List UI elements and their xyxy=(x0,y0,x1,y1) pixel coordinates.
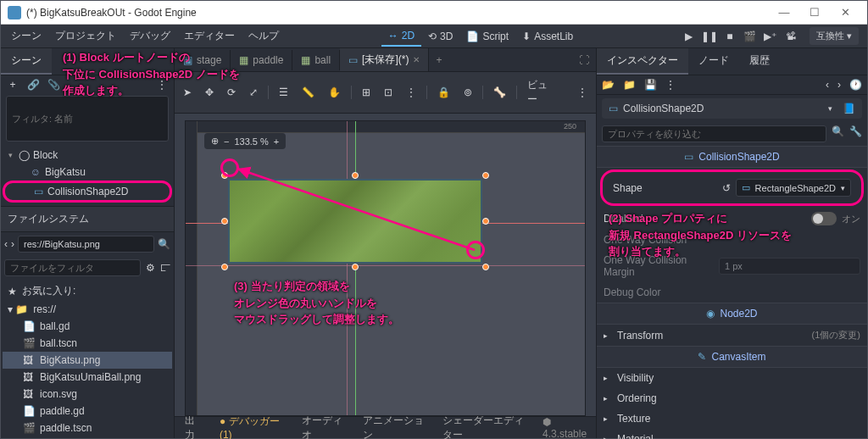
scene-filter-input[interactable] xyxy=(6,96,169,142)
window-minimize-button[interactable]: — xyxy=(769,1,799,24)
inspector-node-selector[interactable]: ▭ CollisionShape2D ▾ 📘 xyxy=(602,98,862,119)
shape-value[interactable]: ▭RectangleShape2D▾ xyxy=(736,179,851,197)
snap-toggle[interactable]: ⊞ xyxy=(359,84,374,101)
file-paddle-tscn[interactable]: 🎬paddle.tscn xyxy=(3,420,172,436)
fs-fwd-button[interactable]: › xyxy=(11,238,14,250)
insp-history-button[interactable]: 🕐 xyxy=(849,79,862,91)
zoom-value[interactable]: 133.5 % xyxy=(234,136,268,147)
scale-tool[interactable]: ⤢ xyxy=(246,84,261,101)
file-ball-gd[interactable]: 📄ball.gd xyxy=(3,318,172,335)
group-ordering[interactable]: ▸Ordering xyxy=(597,388,867,408)
lock-button[interactable]: 🔒 xyxy=(434,84,453,101)
pause-button[interactable]: ❚❚ xyxy=(703,30,716,43)
tab-node[interactable]: ノード xyxy=(688,48,739,75)
tab-history[interactable]: 履歴 xyxy=(739,48,780,75)
mode-script-button[interactable]: 📄 Script xyxy=(459,27,515,46)
2d-viewport[interactable]: 250 xyxy=(175,114,596,416)
snap-options[interactable]: ⋮ xyxy=(403,84,420,101)
renderer-dropdown[interactable]: 互換性 ▾ xyxy=(810,27,859,45)
revert-icon[interactable]: ↺ xyxy=(722,182,731,194)
insp-open-button[interactable]: 📂 xyxy=(602,79,615,91)
menu-debug[interactable]: デバッグ xyxy=(123,25,177,47)
section-collisionshape2d[interactable]: ▭CollisionShape2D xyxy=(597,146,867,168)
tab-inspector[interactable]: インスペクター xyxy=(597,48,688,75)
file-icon-svg[interactable]: 🖼icon.svg xyxy=(3,386,172,403)
rotate-tool[interactable]: ⟳ xyxy=(224,84,239,101)
menu-help[interactable]: ヘルプ xyxy=(242,25,286,47)
file-list[interactable]: ★ お気に入り: ▾ 📁 res:// 📄ball.gd 🎬ball.tscn … xyxy=(1,280,174,438)
inspector-filter-input[interactable] xyxy=(602,125,826,142)
zoom-in-icon[interactable]: + xyxy=(274,136,279,147)
file-bigkatsu-png[interactable]: 🖼BigKatsu.png xyxy=(3,352,172,369)
fs-settings-button[interactable]: ⚙ xyxy=(146,262,155,274)
filesystem-header[interactable]: ファイルシステム xyxy=(1,206,174,232)
play-custom-button[interactable]: ▶⁺ xyxy=(764,30,777,43)
center-view-icon[interactable]: ⊕ xyxy=(211,136,219,147)
handle-tc[interactable] xyxy=(352,172,359,179)
add-node-button[interactable]: + xyxy=(6,79,19,91)
insp-save-button[interactable]: 💾 xyxy=(644,79,657,91)
zoom-control[interactable]: ⊕ − 133.5 % + xyxy=(204,133,286,149)
prop-disabled[interactable]: Disabled オン xyxy=(597,208,867,230)
prop-debug-color[interactable]: Debug Color xyxy=(597,282,867,303)
ruler-tool[interactable]: 📏 xyxy=(298,84,318,101)
scene-tab-ball[interactable]: ▦ball xyxy=(292,50,340,70)
folder-res[interactable]: ▾ 📁 res:// xyxy=(3,301,172,318)
handle-tr[interactable] xyxy=(482,172,489,179)
handle-br[interactable] xyxy=(482,264,489,270)
zoom-out-icon[interactable]: − xyxy=(224,136,229,147)
window-maximize-button[interactable]: ☐ xyxy=(799,1,830,24)
menu-editor[interactable]: エディター xyxy=(177,25,242,47)
handle-ml[interactable] xyxy=(221,218,228,225)
fs-path[interactable]: res://BigKatsu.png xyxy=(18,236,154,253)
fs-split-button[interactable]: ⫍ xyxy=(160,262,170,274)
attach-script-button[interactable]: 📎 xyxy=(47,79,60,91)
bone-button[interactable]: 🦴 xyxy=(490,84,509,101)
node-bigkatsu[interactable]: ☺ BigKatsu xyxy=(3,164,172,181)
handle-bc[interactable] xyxy=(352,264,359,270)
smart-snap-toggle[interactable]: ⊡ xyxy=(381,84,396,101)
scene-more-button[interactable]: ⋮ xyxy=(155,79,169,91)
node-collisionshape2d[interactable]: ▭ CollisionShape2D xyxy=(3,181,172,203)
section-canvasitem[interactable]: ✎CanvasItem xyxy=(597,346,867,368)
movie-button[interactable]: 📽 xyxy=(784,30,798,43)
prop-margin[interactable]: One Way Collision Margin 1 px xyxy=(597,250,867,282)
doc-icon[interactable]: 📘 xyxy=(843,103,855,114)
group-button[interactable]: ⊚ xyxy=(460,84,476,101)
pan-tool[interactable]: ✋ xyxy=(325,84,344,101)
distraction-free-button[interactable]: ⛶ xyxy=(572,54,596,66)
window-close-button[interactable]: ✕ xyxy=(830,1,860,24)
prop-oneway[interactable]: One Way Collision xyxy=(597,230,867,250)
move-tool[interactable]: ✥ xyxy=(202,84,217,101)
file-paddle-gd[interactable]: 📄paddle.gd xyxy=(3,403,172,420)
viewport-corner-button[interactable]: ⋮ xyxy=(574,84,591,101)
file-ball-tscn[interactable]: 🎬ball.tscn xyxy=(3,335,172,352)
group-texture[interactable]: ▸Texture xyxy=(597,408,867,429)
handle-bl[interactable] xyxy=(221,264,228,270)
scene-tree[interactable]: ▾ ◯ Block ☺ BigKatsu ▭ CollisionShape2D xyxy=(1,143,174,206)
menu-project[interactable]: プロジェクト xyxy=(48,25,123,47)
section-node2d[interactable]: ◉Node2D xyxy=(597,303,867,325)
mode-2d-button[interactable]: ↔ 2D xyxy=(381,26,421,47)
select-tool[interactable]: ➤ xyxy=(180,84,195,101)
fs-back-button[interactable]: ‹ xyxy=(4,238,8,250)
node-block[interactable]: ▾ ◯ Block xyxy=(3,147,172,164)
play-scene-button[interactable]: 🎬 xyxy=(743,30,757,43)
inspector-filter-search-icon[interactable]: 🔍 xyxy=(832,125,844,142)
selection-rect[interactable] xyxy=(225,175,486,267)
scene-tab-stage[interactable]: ▣stage xyxy=(175,50,231,70)
tab-scene[interactable]: シーン xyxy=(1,48,52,75)
mode-3d-button[interactable]: ⟲ 3D xyxy=(421,27,459,46)
list-tool[interactable]: ☰ xyxy=(275,84,292,101)
handle-mr[interactable] xyxy=(482,218,489,225)
insp-fwd-button[interactable]: › xyxy=(837,79,841,91)
group-transform[interactable]: ▸Transform(1個の変更) xyxy=(597,325,867,346)
new-tab-button[interactable]: + xyxy=(429,54,448,66)
disabled-toggle[interactable] xyxy=(811,212,837,225)
scene-tab-unsaved[interactable]: ▭[未保存](*)✕ xyxy=(340,48,429,71)
stop-button[interactable]: ■ xyxy=(723,30,737,43)
play-button[interactable]: ▶ xyxy=(682,30,696,43)
instance-scene-button[interactable]: 🔗 xyxy=(26,79,40,91)
file-umaiball-png[interactable]: 🖼BigKatsuUmaiBall.png xyxy=(3,369,172,386)
prop-shape[interactable]: Shape ↺ ▭RectangleShape2D▾ xyxy=(606,175,858,201)
